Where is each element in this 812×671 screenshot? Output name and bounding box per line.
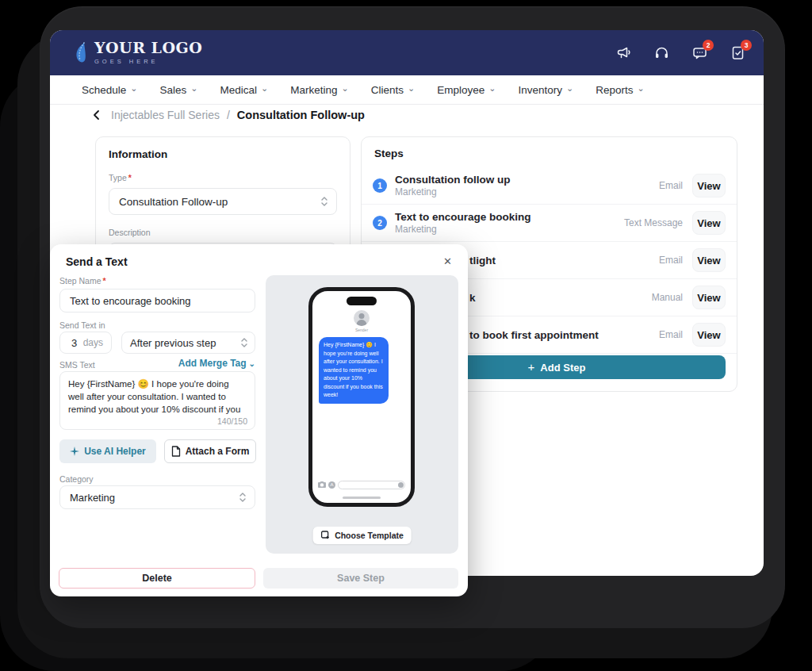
step-name-value: Text to encourage booking <box>70 295 191 307</box>
nav-item-schedule[interactable]: Schedule⌄ <box>82 84 138 96</box>
nav-label: Sales <box>160 84 187 96</box>
stepper-icon <box>320 195 328 208</box>
breadcrumb-separator: / <box>227 109 230 121</box>
category-label: Category <box>59 474 94 484</box>
send-text-in-label: Send Text in <box>59 320 105 330</box>
category-select[interactable]: Marketing <box>59 485 255 509</box>
type-select-value: Consultation Follow-up <box>119 196 228 208</box>
nav-item-marketing[interactable]: Marketing⌄ <box>290 84 349 96</box>
home-indicator <box>343 497 381 499</box>
view-button[interactable]: View <box>692 286 726 309</box>
choose-template-button[interactable]: Choose Template <box>312 527 412 544</box>
view-button[interactable]: View <box>692 248 726 272</box>
step-type: Email <box>622 180 683 192</box>
attach-form-label: Attach a Form <box>186 446 250 457</box>
logo-text: YOUR LOGO GOES HERE <box>94 40 202 65</box>
close-icon[interactable]: ✕ <box>440 252 455 270</box>
required-asterisk: * <box>103 276 106 286</box>
step-main: Text to encourage booking Marketing <box>395 211 622 235</box>
delete-button[interactable]: Delete <box>59 568 255 589</box>
nav-label: Marketing <box>290 84 337 96</box>
step-row: 2 Text to encourage booking Marketing Te… <box>362 205 737 242</box>
back-chevron-icon[interactable] <box>90 108 104 122</box>
chevron-down-icon: ⌄ <box>566 83 573 94</box>
send-icon <box>398 482 404 488</box>
sms-text-label: SMS Text <box>59 360 95 370</box>
step-name-label: Step Name* <box>59 276 106 286</box>
send-text-modal: Send a Text ✕ Step Name* Text to encoura… <box>50 244 468 596</box>
nav-label: Clients <box>371 84 404 96</box>
information-title: Information <box>109 148 337 160</box>
nav-item-inventory[interactable]: Inventory⌄ <box>519 84 574 96</box>
breadcrumb-parent[interactable]: Injectables Full Series <box>111 109 220 121</box>
step-title: Consultation follow up <box>395 174 622 186</box>
step-title: tlight <box>469 255 622 266</box>
category-value: Marketing <box>70 492 115 504</box>
step-name-input[interactable]: Text to encourage booking <box>59 289 255 312</box>
type-label: Type* <box>109 173 337 182</box>
plus-icon: + <box>528 360 535 374</box>
step-type: Email <box>622 255 683 266</box>
sms-preview-panel: Sender Hey {FirstName} 😊 I hope you're d… <box>266 275 458 554</box>
delay-value-input[interactable]: 3 days <box>59 332 112 354</box>
headset-icon[interactable] <box>653 44 670 62</box>
camera-icon <box>318 481 326 488</box>
announcement-icon[interactable] <box>615 44 632 62</box>
logo-subtitle: GOES HERE <box>94 58 202 65</box>
sms-text-input[interactable]: Hey {FirstName} 😊 I hope you're doing we… <box>60 372 255 418</box>
delay-relative-value: After previous step <box>130 337 216 349</box>
chevron-down-icon: ⌄ <box>488 83 496 94</box>
stepper-icon <box>240 336 248 349</box>
document-icon <box>171 446 181 457</box>
sparkle-icon <box>70 447 79 456</box>
step-title: to book first appointment <box>469 329 622 341</box>
tasks-badge: 3 <box>741 40 752 51</box>
save-step-button[interactable]: Save Step <box>263 568 458 589</box>
type-select[interactable]: Consultation Follow-up <box>109 188 337 215</box>
nav-item-sales[interactable]: Sales⌄ <box>160 84 198 96</box>
sender-label: Sender <box>355 328 368 332</box>
sms-text-box: Hey {FirstName} 😊 I hope you're doing we… <box>59 371 255 430</box>
chevron-down-icon: ⌄ <box>638 83 645 94</box>
step-main: Consultation follow up Marketing <box>395 174 622 197</box>
add-step-label: Add Step <box>540 362 585 374</box>
chevron-down-icon: ⌄ <box>408 83 415 94</box>
attach-form-button[interactable]: Attach a Form <box>164 439 256 463</box>
chevron-down-icon: ⌄ <box>261 83 268 94</box>
delay-value: 3 <box>71 337 77 349</box>
tasks-icon[interactable]: 3 <box>729 44 746 62</box>
chevron-down-icon: ⌄ <box>342 83 349 94</box>
logo: YOUR LOGO GOES HERE <box>74 40 202 65</box>
breadcrumb-current: Consultation Follow-up <box>237 109 365 121</box>
modal-form-column: Step Name* Text to encourage booking Sen… <box>59 244 255 596</box>
chat-badge: 2 <box>703 40 714 51</box>
avatar <box>354 310 370 326</box>
add-merge-tag-label: Add Merge Tag <box>178 358 247 369</box>
nav-label: Medical <box>220 84 258 96</box>
delay-relative-select[interactable]: After previous step <box>121 332 255 354</box>
nav-item-employee[interactable]: Employee⌄ <box>437 84 496 96</box>
step-row: 1 Consultation follow up Marketing Email… <box>362 167 737 205</box>
use-ai-helper-button[interactable]: Use AI Helper <box>59 439 156 463</box>
nav-label: Inventory <box>519 84 563 96</box>
nav-item-clients[interactable]: Clients⌄ <box>371 84 415 96</box>
view-button[interactable]: View <box>692 211 726 235</box>
view-button[interactable]: View <box>692 174 726 197</box>
nav-item-medical[interactable]: Medical⌄ <box>220 84 269 96</box>
logo-title: YOUR LOGO <box>94 40 202 56</box>
delay-unit: days <box>83 337 103 348</box>
phone-input-bar: A <box>318 480 405 489</box>
step-title: Text to encourage booking <box>395 211 622 223</box>
nav-item-reports[interactable]: Reports⌄ <box>596 84 645 96</box>
stepper-icon <box>239 491 247 504</box>
logo-spine-icon <box>74 41 90 65</box>
step-type: Text Message <box>622 217 683 229</box>
chevron-down-icon: ⌄ <box>249 359 255 368</box>
view-button[interactable]: View <box>692 323 726 347</box>
nav-label: Employee <box>437 84 485 96</box>
chat-icon[interactable]: 2 <box>691 44 708 62</box>
steps-title: Steps <box>362 148 737 159</box>
add-merge-tag-link[interactable]: Add Merge Tag ⌄ <box>178 358 255 369</box>
required-asterisk: * <box>128 173 132 182</box>
apps-icon: A <box>328 481 335 489</box>
